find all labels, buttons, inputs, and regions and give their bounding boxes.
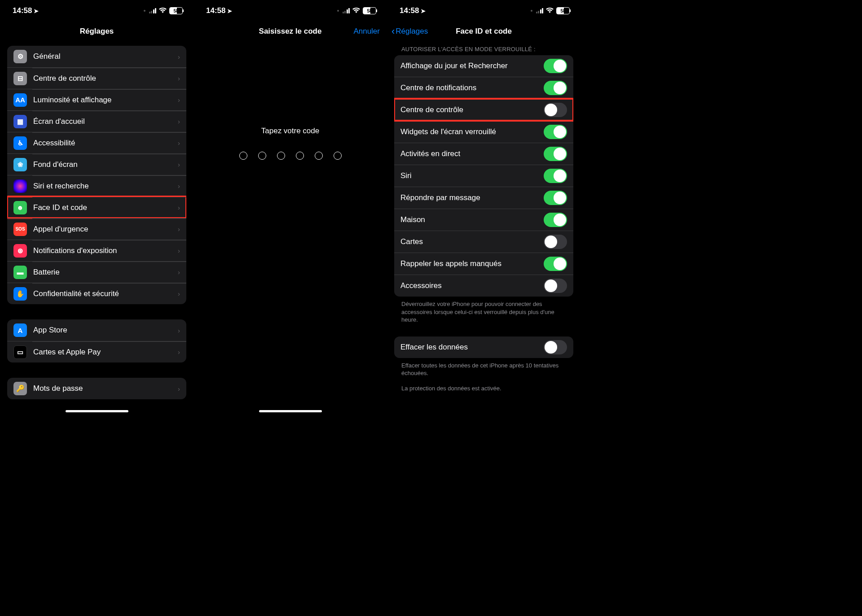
- chevron-right-icon: ›: [178, 182, 180, 190]
- status-time: 14:58: [206, 6, 225, 15]
- nav-bar: ‹ Réglages Face ID et code: [387, 22, 581, 41]
- wallet-icon: ▭: [13, 345, 27, 359]
- control-center-icon: ⊟: [13, 72, 27, 85]
- settings-row-faceid[interactable]: ☻Face ID et code›: [7, 197, 186, 218]
- signal-dot-icon: [531, 10, 532, 12]
- erase-footer-2: La protection des données est activée.: [394, 377, 573, 393]
- battery-icon: ▬: [13, 266, 27, 279]
- settings-row-sos[interactable]: SOSAppel d'urgence›: [7, 218, 186, 240]
- home-indicator[interactable]: [66, 410, 128, 412]
- signal-dot-icon: [337, 10, 339, 12]
- row-label: Batterie: [33, 268, 178, 277]
- toggle-row-siri[interactable]: Siri: [394, 165, 573, 187]
- toggle-switch[interactable]: [544, 279, 567, 293]
- toggle-row-acc[interactable]: Accessoires: [394, 275, 573, 297]
- nav-bar: Réglages: [0, 22, 194, 41]
- battery-icon: 58: [363, 7, 376, 14]
- toggle-row-cc[interactable]: Centre de contrôle: [394, 99, 573, 121]
- row-label: Siri et recherche: [33, 182, 178, 191]
- settings-row-general[interactable]: ⚙︎Général›: [7, 46, 186, 67]
- toggle-label: Affichage du jour et Rechercher: [400, 61, 544, 70]
- toggle-switch[interactable]: [544, 257, 567, 271]
- row-label: Appel d'urgence: [33, 225, 178, 234]
- toggle-switch[interactable]: [544, 340, 567, 354]
- location-icon: ➤: [34, 8, 39, 14]
- settings-row-accessibility[interactable]: ♿︎Accessibilité›: [7, 132, 186, 153]
- passcode-prompt: Tapez votre code: [261, 127, 319, 135]
- toggle-switch[interactable]: [544, 103, 567, 117]
- general-icon: ⚙︎: [13, 50, 27, 63]
- settings-group: ⚙︎Général›⊟Centre de contrôle›AALuminosi…: [7, 46, 186, 304]
- location-icon: ➤: [421, 8, 426, 14]
- cancel-button[interactable]: Annuler: [353, 27, 380, 36]
- settings-row-control-center[interactable]: ⊟Centre de contrôle›: [7, 67, 186, 89]
- toggle-row-widgets[interactable]: Widgets de l'écran verrouillé: [394, 121, 573, 143]
- toggle-label: Widgets de l'écran verrouillé: [400, 127, 544, 136]
- settings-row-app-store[interactable]: AApp Store›: [7, 319, 186, 341]
- toggle-row-home[interactable]: Maison: [394, 209, 573, 231]
- settings-row-passwords[interactable]: 🔑Mots de passe›: [7, 378, 186, 399]
- row-label: Accessibilité: [33, 139, 178, 148]
- screen-passcode: 14:58 ➤ 58 Saisissez le code Annuler Tap…: [194, 0, 387, 415]
- location-icon: ➤: [227, 8, 232, 14]
- battery-icon: 58: [169, 7, 183, 14]
- toggle-switch[interactable]: [544, 81, 567, 95]
- display-icon: AA: [13, 93, 27, 107]
- faceid-icon: ☻: [13, 201, 27, 214]
- sos-icon: SOS: [13, 223, 27, 236]
- privacy-icon: ✋: [13, 287, 27, 301]
- chevron-left-icon: ‹: [391, 26, 395, 37]
- settings-row-home-screen[interactable]: ▦Écran d'accueil›: [7, 110, 186, 132]
- back-button[interactable]: ‹ Réglages: [391, 26, 428, 37]
- chevron-right-icon: ›: [178, 74, 180, 82]
- toggle-row-missed[interactable]: Rappeler les appels manqués: [394, 253, 573, 275]
- toggle-label: Activités en direct: [400, 149, 544, 158]
- settings-row-privacy[interactable]: ✋Confidentialité et sécurité›: [7, 283, 186, 304]
- chevron-right-icon: ›: [178, 204, 180, 211]
- chevron-right-icon: ›: [178, 290, 180, 297]
- signal-bars-icon: [343, 8, 350, 13]
- row-label: Confidentialité et sécurité: [33, 289, 178, 298]
- toggle-label: Maison: [400, 215, 544, 224]
- settings-row-wallet[interactable]: ▭Cartes et Apple Pay›: [7, 341, 186, 363]
- passcode-dots: [239, 152, 342, 160]
- home-indicator[interactable]: [259, 410, 322, 412]
- toggle-switch[interactable]: [544, 235, 567, 249]
- passcode-dot: [258, 152, 266, 160]
- status-bar: 14:58 ➤ 58: [387, 0, 581, 22]
- toggle-label: Accessoires: [400, 281, 544, 290]
- toggle-switch[interactable]: [544, 59, 567, 73]
- toggle-switch[interactable]: [544, 213, 567, 227]
- toggle-switch[interactable]: [544, 169, 567, 183]
- erase-footer-1: Effacer toutes les données de cet iPhone…: [394, 358, 573, 377]
- page-title: Saisissez le code: [259, 27, 322, 36]
- wifi-icon: [159, 7, 167, 14]
- chevron-right-icon: ›: [178, 348, 180, 356]
- locked-access-group: Affichage du jour et RechercherCentre de…: [394, 55, 573, 297]
- settings-row-battery[interactable]: ▬Batterie›: [7, 261, 186, 283]
- toggle-label: Centre de notifications: [400, 83, 544, 92]
- accessibility-icon: ♿︎: [13, 136, 27, 150]
- toggle-row-live[interactable]: Activités en direct: [394, 143, 573, 165]
- settings-row-exposure[interactable]: ⊛Notifications d'exposition›: [7, 240, 186, 261]
- toggle-erase-data[interactable]: Effacer les données: [394, 336, 573, 358]
- toggle-row-today[interactable]: Affichage du jour et Rechercher: [394, 55, 573, 77]
- toggle-row-wallet2[interactable]: Cartes: [394, 231, 573, 253]
- passcode-dot: [296, 152, 304, 160]
- settings-row-display[interactable]: AALuminosité et affichage›: [7, 89, 186, 110]
- wallpaper-icon: ❀: [13, 158, 27, 171]
- toggle-switch[interactable]: [544, 125, 567, 139]
- row-label: Mots de passe: [33, 384, 178, 393]
- wifi-icon: [546, 7, 554, 14]
- settings-row-siri[interactable]: Siri et recherche›: [7, 175, 186, 197]
- toggle-switch[interactable]: [544, 191, 567, 205]
- siri-icon: [13, 179, 27, 193]
- toggle-label: Répondre par message: [400, 193, 544, 202]
- page-title: Réglages: [80, 27, 114, 36]
- status-time: 14:58: [400, 6, 419, 15]
- chevron-right-icon: ›: [178, 225, 180, 233]
- settings-row-wallpaper[interactable]: ❀Fond d'écran›: [7, 153, 186, 175]
- toggle-row-notif[interactable]: Centre de notifications: [394, 77, 573, 99]
- toggle-switch[interactable]: [544, 147, 567, 161]
- toggle-row-reply[interactable]: Répondre par message: [394, 187, 573, 209]
